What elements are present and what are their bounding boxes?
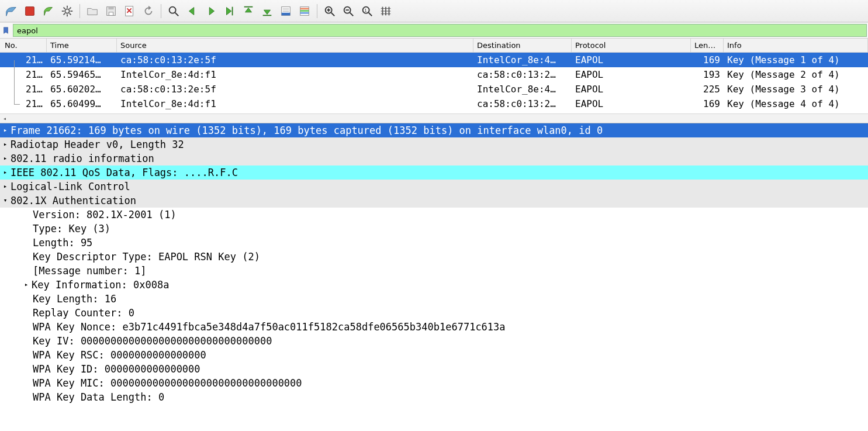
open-icon[interactable] <box>84 2 101 20</box>
options-gear-icon[interactable] <box>58 2 76 20</box>
tree-eapol[interactable]: 802.1X Authentication <box>0 194 868 208</box>
go-forward-icon[interactable] <box>202 2 220 20</box>
expander-icon[interactable] <box>0 194 11 208</box>
expander-icon[interactable] <box>21 278 32 292</box>
svg-rect-0 <box>26 6 34 15</box>
filter-bookmark-icon[interactable] <box>1 26 11 35</box>
tree-qos[interactable]: IEEE 802.11 QoS Data, Flags: ....R.F.C <box>0 165 868 180</box>
tree-label: IEEE 802.11 QoS Data, Flags: ....R.F.C <box>11 165 238 180</box>
expander-icon[interactable] <box>0 151 11 165</box>
packet-row[interactable]: 21…65.60499…IntelCor_8e:4d:f1ca:58:c0:13… <box>0 96 868 111</box>
tree-auth-keylen[interactable]: Key Length: 16 <box>0 292 868 306</box>
auto-scroll-icon[interactable] <box>277 2 295 20</box>
svg-rect-27 <box>300 10 309 12</box>
svg-line-37 <box>369 12 372 16</box>
go-to-packet-icon[interactable] <box>221 2 238 20</box>
svg-line-9 <box>70 7 71 9</box>
tree-auth-mic[interactable]: WPA Key MIC: 000000000000000000000000000… <box>0 376 868 390</box>
svg-rect-12 <box>109 12 113 15</box>
col-header-no[interactable]: No. <box>0 39 47 52</box>
svg-line-30 <box>331 12 335 16</box>
tree-auth-nonce[interactable]: WPA Key Nonce: e3b71c4491fbca5e348d4a7f5… <box>0 320 868 334</box>
packet-list-body: 21…65.59214…ca:58:c0:13:2e:5fIntelCor_8e… <box>0 53 868 111</box>
col-header-time[interactable]: Time <box>47 39 117 52</box>
packet-row[interactable]: 21…65.59465…IntelCor_8e:4d:f1ca:58:c0:13… <box>0 67 868 82</box>
col-header-proto[interactable]: Protocol <box>572 39 691 52</box>
tree-label: Radiotap Header v0, Length 32 <box>11 137 184 151</box>
zoom-reset-icon[interactable]: 1 <box>358 2 376 20</box>
resize-columns-icon[interactable] <box>377 2 395 20</box>
restart-icon[interactable] <box>40 2 57 20</box>
zoom-out-icon[interactable] <box>340 2 357 20</box>
toolbar-separator <box>79 4 80 18</box>
tree-label: Logical-Link Control <box>11 180 130 194</box>
tree-label: 802.11 radio information <box>11 151 154 165</box>
tree-label: 802.1X Authentication <box>11 194 136 208</box>
go-back-icon[interactable] <box>184 2 201 20</box>
go-first-icon[interactable] <box>240 2 257 20</box>
tree-auth-rsc[interactable]: WPA Key RSC: 0000000000000000 <box>0 348 868 362</box>
expander-icon[interactable] <box>0 165 11 180</box>
svg-point-16 <box>170 6 176 13</box>
toolbar-separator <box>161 4 161 18</box>
tree-auth-msgnum[interactable]: [Message number: 1] <box>0 264 868 278</box>
tree-auth-keyinfo[interactable]: Key Information: 0x008a <box>0 278 868 292</box>
svg-line-6 <box>64 7 65 9</box>
packet-list-hscrollbar[interactable]: ◂ <box>0 113 868 123</box>
tree-auth-kdt[interactable]: Key Descriptor Type: EAPOL RSN Key (2) <box>0 250 868 264</box>
expander-icon[interactable] <box>0 137 11 151</box>
tree-auth-iv[interactable]: Key IV: 00000000000000000000000000000000 <box>0 334 868 348</box>
tree-llc[interactable]: Logical-Link Control <box>0 180 868 194</box>
tree-frame[interactable]: Frame 21662: 169 bytes on wire (1352 bit… <box>0 123 868 137</box>
stop-icon[interactable] <box>21 2 39 20</box>
tree-radio[interactable]: 802.11 radio information <box>0 151 868 165</box>
zoom-in-icon[interactable] <box>321 2 338 20</box>
svg-line-34 <box>350 12 354 16</box>
col-header-src[interactable]: Source <box>117 39 473 52</box>
tree-auth-id[interactable]: WPA Key ID: 0000000000000000 <box>0 362 868 376</box>
tree-auth-type[interactable]: Type: Key (3) <box>0 222 868 236</box>
packet-list-header: No. Time Source Destination Protocol Len… <box>0 39 868 53</box>
main-toolbar: 1 <box>0 0 868 22</box>
toolbar-separator <box>317 4 317 18</box>
svg-rect-26 <box>300 8 309 9</box>
svg-line-8 <box>64 13 65 15</box>
packet-details-pane: Frame 21662: 169 bytes on wire (1352 bit… <box>0 123 868 431</box>
expander-icon[interactable] <box>0 180 11 194</box>
tree-auth-version[interactable]: Version: 802.1X-2001 (1) <box>0 208 868 222</box>
svg-rect-24 <box>282 12 291 15</box>
scroll-left-icon[interactable]: ◂ <box>0 115 9 123</box>
tree-label: Frame 21662: 169 bytes on wire (1352 bit… <box>11 123 603 137</box>
display-filter-input[interactable] <box>13 24 867 37</box>
wireshark-fin-icon[interactable] <box>2 2 20 20</box>
svg-text:1: 1 <box>364 7 366 12</box>
packet-row[interactable]: 21…65.59214…ca:58:c0:13:2e:5fIntelCor_8e… <box>0 53 868 67</box>
svg-line-7 <box>70 13 71 15</box>
tree-auth-replay[interactable]: Replay Counter: 0 <box>0 306 868 320</box>
tree-auth-length[interactable]: Length: 95 <box>0 236 868 250</box>
col-header-len[interactable]: Length <box>691 39 724 52</box>
col-header-dst[interactable]: Destination <box>473 39 572 52</box>
save-icon[interactable] <box>102 2 120 20</box>
svg-rect-11 <box>108 6 113 9</box>
svg-rect-28 <box>300 12 309 13</box>
go-last-icon[interactable] <box>258 2 276 20</box>
expander-icon[interactable] <box>0 123 11 137</box>
packet-list-pane: No. Time Source Destination Protocol Len… <box>0 39 868 123</box>
tree-radiotap[interactable]: Radiotap Header v0, Length 32 <box>0 137 868 151</box>
tree-auth-datalen[interactable]: WPA Key Data Length: 0 <box>0 390 868 404</box>
svg-line-17 <box>175 12 179 16</box>
svg-point-1 <box>65 9 69 13</box>
packet-row[interactable]: 21…65.60202…ca:58:c0:13:2e:5fIntelCor_8e… <box>0 82 868 96</box>
find-icon[interactable] <box>165 2 182 20</box>
close-file-icon[interactable] <box>121 2 139 20</box>
colorize-icon[interactable] <box>296 2 313 20</box>
col-header-info[interactable]: Info <box>724 39 868 52</box>
reload-icon[interactable] <box>140 2 157 20</box>
display-filter-bar <box>0 22 868 39</box>
